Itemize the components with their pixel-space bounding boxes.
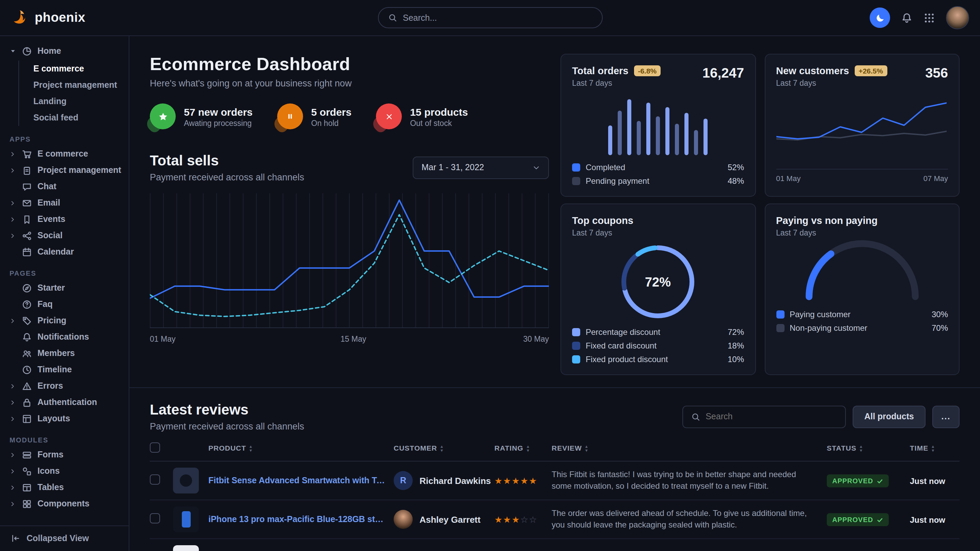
product-link[interactable]: Fitbit Sense Advanced Smartwatch with To…	[208, 476, 388, 485]
sidebar-item-starter[interactable]: Starter	[0, 280, 129, 296]
sidebar-item-tables[interactable]: Tables	[0, 479, 129, 495]
stat-awating-processing: 57 new ordersAwating processing	[150, 103, 253, 129]
reviews-search[interactable]	[682, 405, 846, 428]
column-header-rating[interactable]: RATING▴▾	[495, 442, 552, 461]
product-thumbnail	[173, 468, 199, 494]
collapse-icon	[11, 534, 21, 543]
card-title: New customers	[776, 65, 849, 76]
sidebar-item-label: Email	[37, 198, 60, 208]
chevron-right-icon	[10, 383, 16, 389]
column-header-status[interactable]: STATUS▴▾	[827, 442, 910, 461]
sidebar-item-events[interactable]: Events	[0, 211, 129, 227]
sidebar-item-notifications[interactable]: Notifications	[0, 329, 129, 345]
stat-caption: Out of stock	[410, 119, 468, 127]
sidebar-item-layouts[interactable]: Layouts	[0, 410, 129, 427]
latest-reviews-section: Latest reviews Payment received across a…	[150, 388, 959, 551]
global-search[interactable]	[378, 7, 602, 28]
sort-icon: ▴▾	[250, 445, 252, 453]
star-icon: ★	[495, 476, 503, 486]
legend-label: Percentage discount	[586, 327, 660, 337]
sidebar-item-email[interactable]: Email	[0, 195, 129, 211]
star-icon: ☆	[529, 514, 537, 525]
sidebar-item-icons[interactable]: Icons	[0, 463, 129, 479]
all-products-button[interactable]: All products	[853, 405, 926, 428]
notifications-button[interactable]	[901, 12, 913, 24]
legend-item: Completed52%	[572, 160, 744, 174]
sidebar-subitem-e-commerce[interactable]: E commerce	[19, 60, 129, 77]
column-header-product[interactable]: PRODUCT▴▾	[173, 442, 394, 461]
page-subtitle: Here's what's going on at your business …	[150, 78, 549, 89]
sidebar: HomeE commerceProject managementLandingS…	[0, 36, 129, 551]
sidebar-item-label: Starter	[37, 283, 65, 293]
customer-name: Ashley Garrett	[420, 514, 480, 524]
product-link[interactable]: iPhone 13 pro max-Pacific Blue-128GB sto…	[208, 514, 388, 524]
sidebar-item-label: Social	[37, 231, 63, 240]
card-header: New customers+26.5%Last 7 days356	[776, 65, 948, 87]
column-header-time[interactable]: TIME▴▾	[910, 442, 959, 461]
chat-icon	[22, 181, 32, 192]
star-icon: ★	[520, 476, 529, 486]
new_customers-chart	[776, 94, 946, 160]
question-icon	[22, 299, 32, 310]
more-options-button[interactable]: ...	[932, 405, 959, 428]
sidebar-item-authentication[interactable]: Authentication	[0, 394, 129, 410]
row-checkbox[interactable]	[150, 474, 160, 484]
rating-stars: ★★★★★	[495, 475, 538, 486]
status-badge: APPROVED	[827, 513, 889, 526]
card-title: Paying vs non paying	[776, 215, 878, 226]
layout-icon	[22, 413, 32, 424]
card-header: Top couponsLast 7 days	[572, 215, 744, 237]
select-all-checkbox[interactable]	[150, 442, 160, 453]
sort-icon: ▴▾	[860, 445, 862, 453]
users-icon	[22, 348, 32, 358]
sidebar-subitem-landing[interactable]: Landing	[19, 93, 129, 110]
sidebar-item-members[interactable]: Members	[0, 345, 129, 361]
global-search-input[interactable]	[403, 13, 592, 22]
sidebar-item-chat[interactable]: Chat	[0, 178, 129, 195]
card-x-axis: 01 May07 May	[776, 169, 948, 183]
review-text: This Fitbit is fantastic! I was trying t…	[552, 468, 821, 492]
sidebar-section-pages: PAGES	[10, 270, 129, 277]
sidebar-item-calendar[interactable]: Calendar	[0, 244, 129, 260]
table-icon	[22, 482, 32, 492]
sidebar-item-e-commerce[interactable]: E commerce	[0, 146, 129, 162]
legend-swatch	[572, 164, 580, 171]
reviews-search-input[interactable]	[706, 412, 837, 421]
reviews-header: Latest reviews Payment received across a…	[150, 402, 959, 432]
cart-icon	[22, 149, 32, 159]
sidebar-item-project-management[interactable]: Project management	[0, 162, 129, 178]
sidebar-subitem-social-feed[interactable]: Social feed	[19, 110, 129, 126]
chevron-right-icon	[9, 452, 16, 458]
sidebar-item-forms[interactable]: Forms	[0, 446, 129, 463]
rating-stars: ★★★☆☆	[495, 513, 538, 525]
dashboard-cards: Total orders-6.8%Last 7 days16,247Comple…	[560, 54, 959, 375]
sidebar-item-home[interactable]: Home	[0, 43, 129, 59]
collapsed-view-toggle[interactable]: Collapsed View	[0, 525, 129, 551]
card-new-customers: New customers+26.5%Last 7 days35601 May0…	[764, 54, 959, 197]
sidebar-item-faq[interactable]: Faq	[0, 296, 129, 313]
chevron-down-icon	[533, 164, 540, 171]
column-header-review[interactable]: REVIEW▴▾	[552, 442, 827, 461]
sidebar-item-timeline[interactable]: Timeline	[0, 361, 129, 378]
sidebar-subitem-project-management[interactable]: Project management	[19, 77, 129, 93]
sidebar-item-errors[interactable]: Errors	[0, 378, 129, 394]
legend-item: Fixed card discount18%	[572, 339, 744, 353]
sidebar-item-components[interactable]: Components	[0, 495, 129, 512]
stat-pause-icon	[277, 103, 303, 129]
card-value: 356	[925, 65, 948, 81]
row-checkbox[interactable]	[150, 513, 160, 523]
x-axis-label: 01 May	[150, 335, 175, 343]
sidebar-item-label: Notifications	[37, 332, 89, 342]
brand[interactable]: phoenix	[11, 9, 129, 27]
dashboard-left: Ecommerce Dashboard Here's what's going …	[150, 54, 549, 375]
date-range-select[interactable]: Mar 1 - 31, 2022	[413, 156, 549, 179]
column-header-customer[interactable]: CUSTOMER▴▾	[394, 442, 495, 461]
theme-toggle-button[interactable]	[870, 8, 890, 28]
sidebar-item-pricing[interactable]: Pricing	[0, 313, 129, 329]
sort-icon: ▴▾	[585, 445, 588, 453]
legend-label: Non-paying customer	[790, 323, 867, 333]
sidebar-item-social[interactable]: Social	[0, 227, 129, 244]
user-avatar[interactable]	[946, 6, 969, 29]
chevron-right-icon	[10, 416, 16, 422]
apps-grid-button[interactable]	[923, 12, 935, 24]
